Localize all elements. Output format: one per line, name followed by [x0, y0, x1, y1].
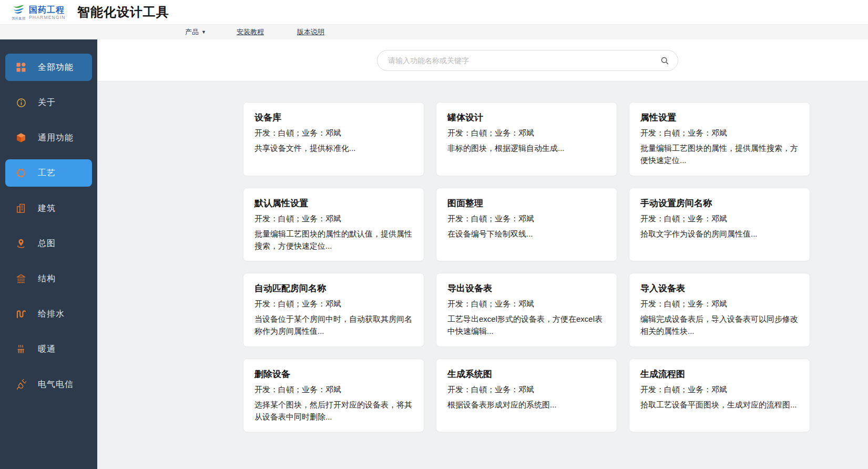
- sidebar-item-architecture[interactable]: 建筑: [5, 195, 92, 222]
- search-icon[interactable]: [660, 56, 669, 65]
- sidebar-item-general-functions[interactable]: 通用功能: [5, 124, 92, 151]
- card-equipment-library[interactable]: 设备库 开发：白頓；业务：邓斌 共享设备文件，提供标准化...: [243, 102, 424, 176]
- bank-icon: [16, 273, 26, 284]
- cube-icon: [16, 132, 26, 143]
- card-title: 默认属性设置: [254, 197, 413, 209]
- sidebar-item-label: 暖通: [38, 344, 56, 355]
- card-delete-equipment[interactable]: 删除设备 开发：白頓；业务：邓斌 选择某个图块，然后打开对应的设备表，将其从设备…: [243, 359, 424, 433]
- sidebar-item-label: 电气电信: [38, 379, 74, 390]
- brand-name-en: PHARMENGIN: [29, 15, 66, 20]
- app-header: 国药集团 国药工程 PHARMENGIN 智能化设计工具: [0, 0, 868, 25]
- main-content: 设备库 开发：白頓；业务：邓斌 共享设备文件，提供标准化... 罐体设计 开发：…: [97, 39, 868, 469]
- grid-icon: [16, 62, 26, 73]
- sidebar-item-label: 关于: [38, 97, 56, 108]
- plug-icon: [16, 379, 26, 390]
- chevron-down-icon: ▼: [201, 29, 206, 35]
- card-generate-system-diagram[interactable]: 生成系统图 开发：白頓；业务：邓斌 根据设备表形成对应的系统图...: [436, 359, 617, 433]
- sidebar-item-general-plan[interactable]: 总图: [5, 230, 92, 257]
- card-tank-design[interactable]: 罐体设计 开发：白頓；业务：邓斌 非标的图块，根据逻辑自动生成...: [436, 102, 617, 176]
- card-meta: 开发：白頓；业务：邓斌: [640, 128, 799, 138]
- card-description: 编辑完成设备表后，导入设备表可以同步修改相关的属性块...: [640, 313, 799, 338]
- search-box: [377, 50, 678, 71]
- cards-area: 设备库 开发：白頓；业务：邓斌 共享设备文件，提供标准化... 罐体设计 开发：…: [97, 81, 868, 469]
- dashed-circle-icon: [16, 168, 26, 178]
- card-description: 共享设备文件，提供标准化...: [254, 142, 413, 154]
- card-description: 选择某个图块，然后打开对应的设备表，将其从设备表中同时删除...: [254, 399, 413, 423]
- card-title: 导出设备表: [447, 282, 606, 294]
- card-title: 生成流程图: [640, 368, 799, 380]
- sidebar-item-label: 通用功能: [38, 132, 74, 144]
- card-description: 拾取文字作为设备的房间属性值...: [640, 228, 799, 240]
- card-meta: 开发：白頓；业务：邓斌: [640, 299, 799, 309]
- building-icon: [16, 203, 26, 213]
- map-pin-icon: [16, 238, 26, 249]
- card-generate-flow-diagram[interactable]: 生成流程图 开发：白頓；业务：邓斌 拾取工艺设备平面图块，生成对应的流程图...: [629, 359, 810, 433]
- sidebar-item-label: 工艺: [38, 168, 56, 179]
- card-manual-room-name[interactable]: 手动设置房间名称 开发：白頓；业务：邓斌 拾取文字作为设备的房间属性值...: [629, 188, 810, 262]
- page-title: 智能化设计工具: [77, 4, 169, 21]
- sidebar-item-all-functions[interactable]: 全部功能: [5, 54, 92, 81]
- card-meta: 开发：白頓；业务：邓斌: [640, 385, 799, 395]
- brand-sub-label: 国药集团: [12, 17, 26, 20]
- card-title: 属性设置: [640, 111, 799, 124]
- top-nav: 产品 ▼ 安装教程 版本说明: [0, 25, 868, 39]
- card-description: 当设备位于某个房间中时，自动获取其房间名称作为房间属性值...: [254, 313, 413, 338]
- card-export-equipment-table[interactable]: 导出设备表 开发：白頓；业务：邓斌 工艺导出excel形式的设备表，方便在exc…: [436, 273, 617, 347]
- sidebar-item-process[interactable]: 工艺: [5, 159, 92, 187]
- sidebar-item-structure[interactable]: 结构: [5, 265, 92, 292]
- card-drawing-cleanup[interactable]: 图面整理 开发：白頓；业务：邓斌 在设备编号下绘制双线...: [436, 188, 617, 262]
- card-meta: 开发：白頓；业务：邓斌: [447, 214, 606, 224]
- sidebar-item-electrical-telecom[interactable]: 电气电信: [5, 371, 92, 398]
- card-title: 手动设置房间名称: [640, 197, 799, 209]
- card-default-attribute-settings[interactable]: 默认属性设置 开发：白頓；业务：邓斌 批量编辑工艺图块的属性的默认值，提供属性搜…: [243, 188, 424, 262]
- card-description: 在设备编号下绘制双线...: [447, 228, 606, 240]
- search-band: [97, 39, 868, 81]
- brand-logo-icon: [12, 4, 26, 16]
- sidebar-item-plumbing[interactable]: 给排水: [5, 300, 92, 328]
- brand-logo: 国药集团 国药工程 PHARMENGIN: [12, 4, 66, 20]
- card-meta: 开发：白頓；业务：邓斌: [254, 214, 413, 224]
- card-meta: 开发：白頓；业务：邓斌: [447, 299, 606, 309]
- card-title: 罐体设计: [447, 111, 606, 124]
- sidebar-item-label: 总图: [38, 238, 56, 249]
- card-import-equipment-table[interactable]: 导入设备表 开发：白頓；业务：邓斌 编辑完成设备表后，导入设备表可以同步修改相关…: [629, 273, 810, 347]
- nav-release-notes[interactable]: 版本说明: [297, 27, 327, 37]
- card-meta: 开发：白頓；业务：邓斌: [640, 214, 799, 224]
- card-attribute-settings[interactable]: 属性设置 开发：白頓；业务：邓斌 批量编辑工艺图块的属性，提供属性搜索，方便快速…: [629, 102, 810, 176]
- sidebar-item-label: 全部功能: [38, 62, 74, 73]
- sidebar-item-label: 给排水: [38, 309, 65, 320]
- card-title: 图面整理: [447, 197, 606, 209]
- pipe-coil-icon: [16, 309, 26, 319]
- card-description: 非标的图块，根据逻辑自动生成...: [447, 142, 606, 154]
- nav-install-tutorial[interactable]: 安装教程: [237, 27, 267, 37]
- sidebar-item-hvac[interactable]: 暖通: [5, 335, 92, 363]
- sidebar-item-label: 建筑: [38, 203, 56, 214]
- search-input[interactable]: [388, 56, 660, 65]
- card-description: 批量编辑工艺图块的属性的默认值，提供属性搜索，方便快速定位...: [254, 228, 413, 252]
- card-description: 拾取工艺设备平面图块，生成对应的流程图...: [640, 399, 799, 411]
- card-meta: 开发：白頓；业务：邓斌: [447, 128, 606, 138]
- card-meta: 开发：白頓；业务：邓斌: [254, 299, 413, 309]
- sidebar: 全部功能 关于 通用功能 工艺 建筑 总: [0, 39, 97, 469]
- sidebar-item-label: 结构: [38, 273, 56, 284]
- card-meta: 开发：白頓；业务：邓斌: [447, 385, 606, 395]
- card-meta: 开发：白頓；业务：邓斌: [254, 128, 413, 138]
- card-title: 设备库: [254, 111, 413, 124]
- card-description: 根据设备表形成对应的系统图...: [447, 399, 606, 411]
- card-title: 删除设备: [254, 368, 413, 380]
- nav-product[interactable]: 产品 ▼: [185, 27, 206, 37]
- info-circle-icon: [16, 97, 26, 108]
- heating-icon: [16, 344, 26, 354]
- card-title: 自动匹配房间名称: [254, 282, 413, 294]
- feature-card-grid: 设备库 开发：白頓；业务：邓斌 共享设备文件，提供标准化... 罐体设计 开发：…: [243, 102, 810, 432]
- card-description: 批量编辑工艺图块的属性，提供属性搜索，方便快速定位...: [640, 142, 799, 167]
- brand-name-cn: 国药工程: [29, 5, 66, 15]
- sidebar-item-about[interactable]: 关于: [5, 89, 92, 116]
- card-title: 生成系统图: [447, 368, 606, 380]
- card-title: 导入设备表: [640, 282, 799, 294]
- card-auto-room-name[interactable]: 自动匹配房间名称 开发：白頓；业务：邓斌 当设备位于某个房间中时，自动获取其房间…: [243, 273, 424, 347]
- card-meta: 开发：白頓；业务：邓斌: [254, 385, 413, 395]
- card-description: 工艺导出excel形式的设备表，方便在excel表中快速编辑...: [447, 313, 606, 338]
